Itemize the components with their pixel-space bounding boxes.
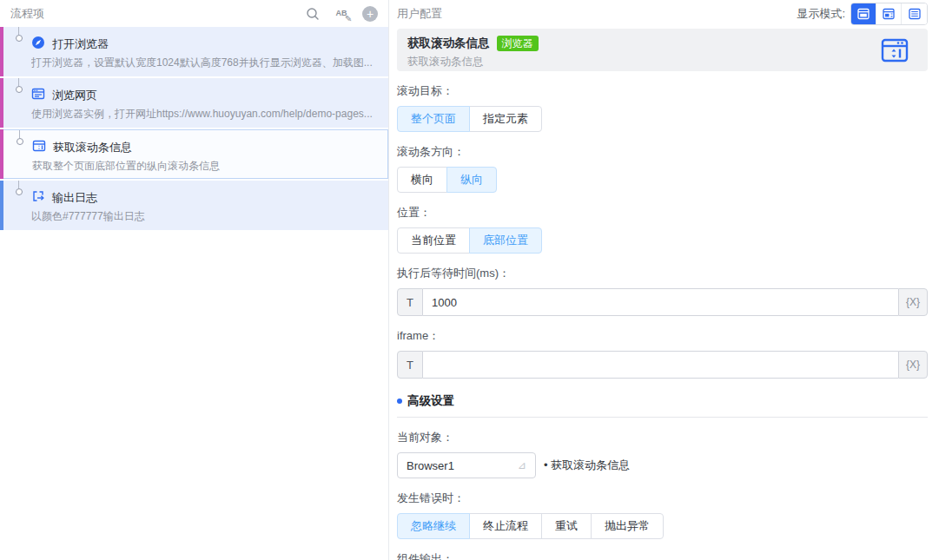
scroll-target-label: 滚动目标： [397, 83, 928, 99]
timeline-line [18, 27, 19, 35]
display-mode-split-icon[interactable] [876, 3, 902, 24]
scroll-target-option-element[interactable]: 指定元素 [469, 106, 542, 132]
config-title: 用户配置 [397, 6, 442, 22]
display-mode-control: 显示模式: [797, 3, 928, 25]
scroll-direction-group: 横向 纵向 [397, 167, 497, 193]
config-header: 用户配置 显示模式: [397, 0, 928, 27]
position-option-current[interactable]: 当前位置 [397, 227, 470, 254]
component-badge: 浏览器 [497, 36, 539, 51]
timeline-node[interactable] [17, 138, 23, 145]
text-type-addon[interactable]: T [397, 351, 423, 379]
scroll-target-option-whole-page[interactable]: 整个页面 [397, 106, 470, 132]
component-output-label: 组件输出： [397, 551, 928, 560]
scroll-direction-option-vertical[interactable]: 纵向 [446, 167, 497, 193]
display-mode-card-icon[interactable] [851, 3, 876, 24]
timeline-line [18, 181, 19, 188]
variable-insert-button[interactable]: {X} [898, 288, 928, 316]
timeline-node[interactable] [16, 35, 23, 42]
output-log-icon [31, 189, 45, 203]
scrollbar-window-icon [880, 36, 909, 69]
scroll-direction-option-horizontal[interactable]: 横向 [397, 167, 447, 193]
on-error-option-throw[interactable]: 抛出异常 [591, 513, 664, 539]
on-error-label: 发生错误时： [397, 491, 928, 506]
display-mode-group [850, 3, 928, 25]
advanced-settings-label: 高级设置 [407, 393, 454, 409]
flow-item-desc: 以颜色#777777输出日志 [31, 209, 379, 224]
flow-item-output-log[interactable]: 输出日志 以颜色#777777输出日志 [0, 181, 388, 230]
flow-item-get-scrollbar-info[interactable]: 获取滚动条信息 获取整个页面底部位置的纵向滚动条信息 [0, 129, 388, 179]
bullet-icon [397, 399, 402, 404]
user-config-panel: 用户配置 显示模式: 获取滚动条信息 浏览 [389, 0, 939, 560]
position-group: 当前位置 底部位置 [397, 227, 542, 254]
flow-item-title: 输出日志 [52, 190, 97, 206]
add-icon[interactable]: + [362, 6, 378, 22]
item-color-bar [0, 129, 3, 179]
scroll-direction-label: 滚动条方向： [397, 144, 928, 160]
on-error-group: 忽略继续 终止流程 重试 抛出异常 [397, 513, 664, 539]
timeline-node[interactable] [16, 188, 23, 195]
flow-panel-title: 流程项 [10, 6, 44, 22]
flow-item-title: 浏览网页 [52, 88, 97, 103]
wait-time-input[interactable] [423, 288, 898, 316]
item-color-bar [0, 27, 3, 76]
current-object-note: • 获取滚动条信息 [544, 458, 630, 473]
wait-time-label: 执行后等待时间(ms)： [397, 266, 928, 281]
text-type-addon[interactable]: T [397, 288, 423, 316]
advanced-settings-header[interactable]: 高级设置 [397, 393, 928, 409]
display-mode-label: 显示模式: [797, 6, 845, 22]
app-window: 流程项 AB✎ + 打开浏览器 打开浏览器，设置默认宽度10 [0, 0, 939, 560]
item-color-bar [0, 181, 3, 230]
current-object-value: Browser1 [407, 459, 454, 472]
current-object-row: Browser1 ⊿ • 获取滚动条信息 [397, 452, 928, 478]
flow-list: 打开浏览器 打开浏览器，设置默认宽度1024默认高度768并执行显示浏览器、加载… [0, 27, 388, 230]
component-subtitle: 获取滚动条信息 [407, 55, 917, 69]
on-error-option-terminate[interactable]: 终止流程 [469, 513, 542, 539]
open-browser-icon [31, 36, 45, 49]
position-label: 位置： [397, 205, 928, 221]
rename-icon[interactable]: AB✎ [334, 6, 349, 22]
flow-item-desc: 获取整个页面底部位置的纵向滚动条信息 [32, 159, 380, 174]
flow-items-panel: 流程项 AB✎ + 打开浏览器 打开浏览器，设置默认宽度10 [0, 0, 389, 560]
browse-webpage-icon [31, 87, 45, 101]
component-card: 获取滚动条信息 浏览器 获取滚动条信息 [397, 29, 928, 71]
current-object-select[interactable]: Browser1 ⊿ [397, 452, 536, 478]
wait-time-input-group: T {X} [397, 288, 928, 316]
item-color-bar [0, 78, 3, 128]
flow-item-browse-webpage[interactable]: 浏览网页 使用浏览器实例，打开网址https://www.huoyuyan.co… [0, 78, 388, 128]
chevron-down-icon: ⊿ [518, 459, 526, 471]
scroll-target-group: 整个页面 指定元素 [397, 106, 542, 132]
iframe-label: iframe： [397, 328, 928, 344]
flow-item-desc: 使用浏览器实例，打开网址https://www.huoyuyan.com/hel… [31, 107, 379, 122]
divider [397, 417, 928, 418]
iframe-input-group: T {X} [397, 351, 928, 379]
component-title: 获取滚动条信息 [407, 36, 490, 51]
on-error-option-retry[interactable]: 重试 [541, 513, 592, 539]
timeline-node[interactable] [16, 86, 23, 93]
flow-panel-tools: AB✎ + [305, 6, 378, 22]
flow-item-title: 打开浏览器 [52, 36, 109, 52]
flow-item-desc: 打开浏览器，设置默认宽度1024默认高度768并执行显示浏览器、加载图... [31, 56, 379, 70]
timeline-line [18, 78, 19, 86]
on-error-option-ignore[interactable]: 忽略继续 [397, 513, 470, 539]
search-icon[interactable] [305, 6, 321, 22]
flow-item-open-browser[interactable]: 打开浏览器 打开浏览器，设置默认宽度1024默认高度768并执行显示浏览器、加载… [0, 27, 388, 76]
variable-insert-button[interactable]: {X} [898, 351, 928, 379]
display-mode-list-icon[interactable] [902, 3, 927, 24]
flow-item-title: 获取滚动条信息 [53, 140, 132, 155]
position-option-bottom[interactable]: 底部位置 [469, 227, 542, 254]
scrollbar-info-icon [32, 139, 46, 153]
current-object-label: 当前对象： [397, 430, 928, 445]
flow-panel-header: 流程项 AB✎ + [0, 0, 388, 27]
timeline-line [19, 130, 20, 138]
iframe-input[interactable] [423, 351, 898, 379]
